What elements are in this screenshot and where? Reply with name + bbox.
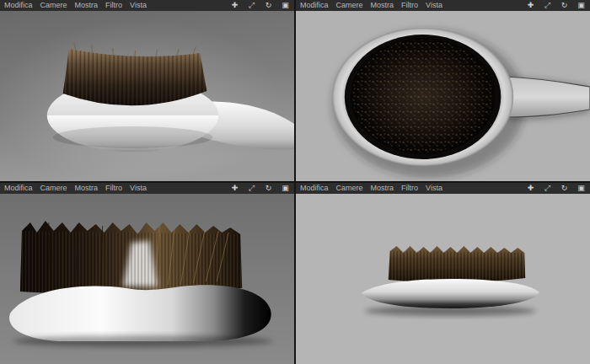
rotate-icon[interactable]: ↻ <box>264 183 273 194</box>
menu-mostra[interactable]: Mostra <box>75 0 99 11</box>
top-3d-canvas[interactable] <box>296 11 590 181</box>
front-3d-canvas[interactable] <box>0 194 294 364</box>
zoom-icon[interactable]: ⤢ <box>543 0 552 11</box>
menu-camere[interactable]: Camere <box>336 183 363 194</box>
menu-vista[interactable]: Vista <box>130 0 147 11</box>
zoom-icon[interactable]: ⤢ <box>247 183 256 194</box>
menu-filtro[interactable]: Filtro <box>401 0 418 11</box>
rotate-icon[interactable]: ↻ <box>264 0 273 11</box>
pan-icon[interactable]: ✚ <box>230 183 239 194</box>
toggle-view-icon[interactable]: ▣ <box>577 183 586 194</box>
menu-filtro[interactable]: Filtro <box>401 183 418 194</box>
menu-camere[interactable]: Camere <box>40 183 67 194</box>
menu-mostra[interactable]: Mostra <box>371 0 394 11</box>
viewport-menubar: Modifica Camere Mostra Filtro Vista ✚ ⤢ … <box>296 183 590 194</box>
viewport-front: Modifica Camere Mostra Filtro Vista ✚ ⤢ … <box>0 183 294 364</box>
viewport-quad-layout: Modifica Camere Mostra Filtro Vista ✚ ⤢ … <box>0 0 590 364</box>
toggle-view-icon[interactable]: ▣ <box>577 0 586 11</box>
right-3d-canvas[interactable] <box>296 194 590 364</box>
menu-modifica[interactable]: Modifica <box>300 183 329 194</box>
viewport-right: Modifica Camere Mostra Filtro Vista ✚ ⤢ … <box>296 183 590 364</box>
pan-icon[interactable]: ✚ <box>230 0 239 11</box>
rotate-icon[interactable]: ↻ <box>560 0 569 11</box>
viewport-menubar: Modifica Camere Mostra Filtro Vista ✚ ⤢ … <box>0 0 294 11</box>
menu-modifica[interactable]: Modifica <box>4 183 33 194</box>
menu-modifica[interactable]: Modifica <box>4 0 33 11</box>
viewport-perspective: Modifica Camere Mostra Filtro Vista ✚ ⤢ … <box>0 0 294 181</box>
zoom-icon[interactable]: ⤢ <box>247 0 256 11</box>
pan-icon[interactable]: ✚ <box>526 0 535 11</box>
menu-vista[interactable]: Vista <box>130 183 147 194</box>
menu-mostra[interactable]: Mostra <box>371 183 394 194</box>
menu-camere[interactable]: Camere <box>336 0 363 11</box>
menu-camere[interactable]: Camere <box>40 0 67 11</box>
menu-modifica[interactable]: Modifica <box>300 0 329 11</box>
viewport-menubar: Modifica Camere Mostra Filtro Vista ✚ ⤢ … <box>296 0 590 11</box>
viewport-top: Modifica Camere Mostra Filtro Vista ✚ ⤢ … <box>296 0 590 181</box>
rotate-icon[interactable]: ↻ <box>560 183 569 194</box>
menu-filtro[interactable]: Filtro <box>105 0 122 11</box>
zoom-icon[interactable]: ⤢ <box>543 183 552 194</box>
menu-mostra[interactable]: Mostra <box>75 183 99 194</box>
perspective-3d-canvas[interactable] <box>0 11 294 181</box>
viewport-menubar: Modifica Camere Mostra Filtro Vista ✚ ⤢ … <box>0 183 294 194</box>
pan-icon[interactable]: ✚ <box>526 183 535 194</box>
toggle-view-icon[interactable]: ▣ <box>281 183 290 194</box>
toggle-view-icon[interactable]: ▣ <box>281 0 290 11</box>
menu-vista[interactable]: Vista <box>426 0 442 11</box>
menu-filtro[interactable]: Filtro <box>105 183 122 194</box>
menu-vista[interactable]: Vista <box>426 183 442 194</box>
